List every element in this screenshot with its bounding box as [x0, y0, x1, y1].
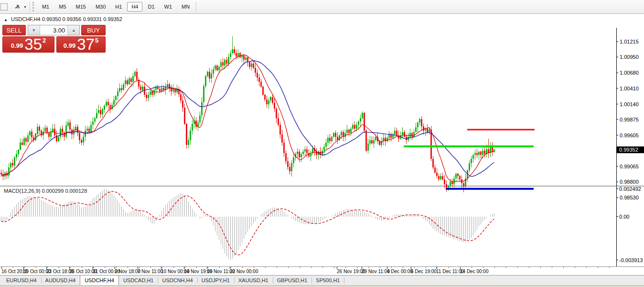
- volume-spinner: ▼ 3.00 ▲: [28, 25, 80, 35]
- tab-usdjpy-h1[interactable]: USDJPY,H1: [197, 276, 234, 285]
- volume-input[interactable]: 3.00: [40, 25, 67, 35]
- ma-fast-line: [1, 55, 494, 182]
- arrange-symbols-icon[interactable]: [12, 2, 22, 11]
- one-click-trade-panel: SELL ▼ 3.00 ▲ BUY 0.99 35 2 0.99 37 5: [2, 25, 106, 53]
- svg-text:0.99352: 0.99352: [619, 147, 638, 153]
- tf-button-d1[interactable]: D1: [143, 2, 159, 11]
- timeframe-button-group: M1M5M15M30H1H4D1W1MN: [37, 2, 194, 11]
- time-axis-label: 7 Nov 11:00: [138, 269, 163, 274]
- macd-axis: 0.0024920.00-0.003913: [616, 187, 643, 266]
- svg-text:0.99605: 0.99605: [620, 132, 639, 138]
- candlestick-series: [0, 36, 495, 193]
- svg-text:0.99875: 0.99875: [620, 117, 639, 122]
- time-axis: 16 Oct 201819 Oct 00:0023 Oct 18:0026 Oc…: [0, 267, 644, 275]
- volume-increase-button[interactable]: ▲: [67, 25, 79, 35]
- svg-text:1.00410: 1.00410: [620, 86, 639, 91]
- time-axis-label: 4 Dec 00:00: [387, 269, 413, 274]
- time-axis-canvas: 16 Oct 201819 Oct 00:0023 Oct 18:0026 Oc…: [0, 267, 644, 275]
- tf-button-m30[interactable]: M30: [91, 2, 110, 11]
- tab-separator: [344, 277, 344, 283]
- sell-quote[interactable]: 0.99 35 2: [2, 36, 54, 53]
- buy-price-big: 37: [77, 38, 95, 51]
- buy-price-prefix: 0.99: [64, 42, 75, 49]
- tab-gbpusd-h1[interactable]: GBPUSD,H1: [273, 276, 312, 285]
- volume-decrease-button[interactable]: ▼: [28, 25, 40, 35]
- toolbar-separator: [196, 1, 196, 12]
- tab-usdcad-h1[interactable]: USDCAD,H1: [119, 276, 158, 285]
- time-axis-label: 6 Dec 19:00: [411, 269, 437, 274]
- tf-button-m5[interactable]: M5: [54, 2, 70, 11]
- svg-text:-0.003913: -0.003913: [619, 257, 643, 263]
- svg-text:1.01215: 1.01215: [620, 39, 639, 44]
- svg-text:1.00950: 1.00950: [620, 54, 639, 60]
- toolbar-grip[interactable]: [32, 2, 35, 11]
- time-axis-label: 22 Nov 00:00: [230, 269, 258, 274]
- sell-price-pip: 2: [43, 37, 46, 44]
- ma-slow-line: [1, 61, 494, 177]
- tab-usdchf-h4[interactable]: USDCHF,H4: [80, 275, 119, 285]
- time-axis-label: 2 Nov 18:00: [115, 269, 140, 274]
- svg-text:1.00140: 1.00140: [620, 101, 639, 107]
- one-click-panel-toggle[interactable]: ▲: [4, 18, 8, 22]
- tf-button-w1[interactable]: W1: [160, 2, 177, 11]
- tab-usdcnh-h4[interactable]: USDCNH,H4: [158, 276, 197, 285]
- macd-histogram: [1, 189, 494, 260]
- tf-button-m1[interactable]: M1: [38, 2, 54, 11]
- buy-button[interactable]: BUY: [81, 25, 106, 35]
- time-axis-label: 14 Dec 00:00: [460, 269, 489, 274]
- tab-eurusd-h4[interactable]: EURUSD,H4: [2, 276, 41, 285]
- tf-button-h1[interactable]: H1: [111, 2, 126, 11]
- price-axis: 1.012151.009501.006801.004101.001400.998…: [616, 28, 639, 199]
- trading-platform-window: ▼ M1M5M15M30H1H4D1W1MN 1.012151.009501.0…: [0, 0, 644, 287]
- toolbar-separator: [30, 1, 30, 12]
- sell-price-big: 35: [24, 38, 42, 51]
- svg-text:0.002492: 0.002492: [619, 187, 641, 192]
- tf-button-h4[interactable]: H4: [127, 2, 142, 11]
- svg-text:0.00: 0.00: [619, 214, 629, 220]
- chart-title-text: USDCHF,H4 0.99350 0.99356 0.99331 0.9935…: [11, 16, 122, 22]
- tf-button-mn[interactable]: MN: [177, 2, 194, 11]
- svg-text:0.99065: 0.99065: [620, 164, 639, 169]
- tf-button-m15[interactable]: M15: [72, 2, 90, 11]
- dropdown-caret-icon[interactable]: ▼: [23, 5, 27, 9]
- sell-button[interactable]: SELL: [2, 25, 26, 35]
- macd-canvas[interactable]: 0.0024920.00-0.003913: [0, 187, 644, 266]
- tab-sp500-h1[interactable]: SP500,H1: [311, 276, 344, 285]
- chart-title: ▲ USDCHF,H4 0.99350 0.99356 0.99331 0.99…: [4, 16, 122, 22]
- chart-tab-bar: EURUSD,H4AUDUSD,H4USDCHF,H4USDCAD,H1USDC…: [0, 275, 644, 285]
- buy-quote[interactable]: 0.99 37 5: [56, 36, 106, 53]
- buy-price-pip: 5: [95, 37, 98, 44]
- svg-text:1.00680: 1.00680: [620, 70, 639, 76]
- current-price-tag: 0.99352: [617, 146, 644, 153]
- svg-text:0.98800: 0.98800: [620, 179, 639, 185]
- toolbar: ▼ M1M5M15M30H1H4D1W1MN: [0, 0, 644, 14]
- tab-xauusd-h1[interactable]: XAUUSD,H1: [234, 276, 273, 285]
- macd-indicator-pane[interactable]: 0.0024920.00-0.003913: [0, 187, 644, 267]
- time-axis-labels: 16 Oct 201819 Oct 00:0023 Oct 18:0026 Oc…: [1, 267, 610, 274]
- time-axis-label: 26 Nov 19:00: [337, 269, 365, 274]
- sell-price-prefix: 0.99: [11, 42, 23, 49]
- macd-indicator-label: MACD(12,26,9) 0.000299 0.000128: [4, 188, 87, 194]
- tab-audusd-h4[interactable]: AUDUSD,H4: [41, 276, 80, 285]
- bottom-strip: [0, 285, 644, 287]
- main-chart-canvas[interactable]: 1.012151.009501.006801.004101.001400.998…: [0, 28, 644, 199]
- selection-tool-icon[interactable]: [1, 2, 11, 11]
- time-axis-label: 29 Nov 11:00: [362, 269, 390, 274]
